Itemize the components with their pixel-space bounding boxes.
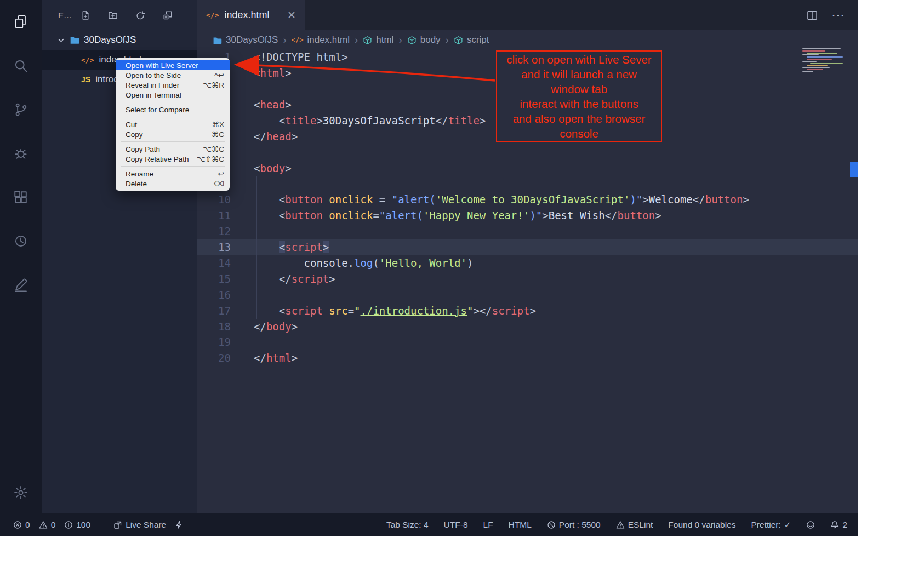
split-editor-icon bbox=[806, 9, 818, 21]
code-line[interactable]: 13 <script> bbox=[197, 239, 858, 255]
new-file-button[interactable] bbox=[81, 10, 90, 20]
breadcrumb-label: index.html bbox=[307, 35, 349, 45]
menu-item-reveal-in-finder[interactable]: Reveal in Finder⌥⌘R bbox=[116, 80, 230, 90]
status-item-live-share[interactable]: Live Share bbox=[113, 520, 166, 530]
menu-separator bbox=[121, 141, 225, 142]
scrollbar-marker[interactable] bbox=[850, 162, 858, 177]
activity-extensions-button[interactable] bbox=[13, 190, 28, 205]
status-item-lightning[interactable] bbox=[175, 521, 184, 529]
menu-item-shortcut: ⌥⇧⌘C bbox=[197, 155, 224, 163]
line-number: 14 bbox=[197, 257, 231, 269]
code-line[interactable]: 20</html> bbox=[197, 350, 858, 366]
code-line[interactable]: 9 bbox=[197, 176, 858, 192]
warning-icon bbox=[616, 521, 625, 529]
breadcrumb-item-html[interactable]: html bbox=[363, 35, 393, 45]
line-number: 16 bbox=[197, 289, 231, 301]
line-number: 15 bbox=[197, 273, 231, 285]
line-number: 12 bbox=[197, 225, 231, 237]
code-line[interactable]: 12 bbox=[197, 224, 858, 239]
status-item-html[interactable]: HTML bbox=[509, 520, 532, 530]
folder-icon bbox=[213, 36, 222, 45]
js-file-icon: JS bbox=[81, 75, 90, 84]
code-line[interactable]: 15 </script> bbox=[197, 271, 858, 287]
new-folder-button[interactable] bbox=[108, 10, 118, 20]
refresh-button[interactable] bbox=[135, 10, 145, 20]
activity-debug-button[interactable] bbox=[13, 146, 28, 161]
status-item-prettier-[interactable]: Prettier:✓ bbox=[751, 520, 791, 530]
menu-item-open-with-live-server[interactable]: Open with Live Server bbox=[116, 60, 230, 70]
minimap[interactable] bbox=[802, 48, 853, 76]
status-item-lf[interactable]: LF bbox=[483, 520, 493, 530]
activity-history-button[interactable] bbox=[13, 233, 28, 249]
code-line[interactable]: 14 console.log('Hello, World') bbox=[197, 255, 858, 271]
menu-item-open-in-terminal[interactable]: Open in Terminal bbox=[116, 90, 230, 100]
status-item-utf-8[interactable]: UTF-8 bbox=[444, 520, 468, 530]
code-line[interactable]: 16 bbox=[197, 287, 858, 302]
split-editor-icon[interactable] bbox=[806, 9, 818, 21]
breadcrumb-item-script[interactable]: script bbox=[454, 35, 489, 45]
collapse-all-button[interactable] bbox=[163, 10, 173, 20]
settings-icon bbox=[13, 485, 28, 500]
activity-pen-button[interactable] bbox=[13, 277, 28, 293]
menu-item-open-to-the-side[interactable]: Open to the Side^↩ bbox=[116, 70, 230, 80]
code-line[interactable]: 10 <button onclick = "alert('Welcome to … bbox=[197, 192, 858, 208]
code-text: <head> bbox=[231, 99, 292, 111]
code-text: <script src="./introduction.js"></script… bbox=[231, 305, 536, 317]
activity-explorer-button[interactable] bbox=[13, 14, 28, 30]
code-line[interactable]: 19 bbox=[197, 334, 858, 350]
status-label: 2 bbox=[842, 520, 847, 530]
menu-item-select-for-compare[interactable]: Select for Compare bbox=[116, 105, 230, 115]
status-item-port-5500[interactable]: Port : 5500 bbox=[547, 520, 601, 530]
status-item-100[interactable]: 100 bbox=[64, 520, 90, 530]
annotation-text-line: and also open the browser bbox=[497, 111, 661, 126]
status-item-smiley[interactable] bbox=[806, 521, 815, 529]
tab-index-html[interactable]: </> index.html ✕ bbox=[197, 0, 305, 30]
cube-icon bbox=[407, 36, 417, 45]
folder-row-30daysofjs[interactable]: 30DaysOfJS bbox=[42, 30, 197, 50]
menu-item-delete[interactable]: Delete⌫ bbox=[116, 179, 230, 188]
code-text: <title>30DaysOfJavaScript</title> bbox=[231, 115, 486, 127]
status-item-0[interactable]: 0 bbox=[13, 520, 30, 530]
code-text: </script> bbox=[231, 273, 335, 285]
menu-item-label: Copy bbox=[126, 130, 205, 139]
code-line[interactable]: 7 bbox=[197, 144, 858, 160]
menu-item-cut[interactable]: Cut⌘X bbox=[116, 119, 230, 129]
menu-item-shortcut: ⌥⌘C bbox=[203, 145, 224, 153]
error-icon bbox=[13, 521, 22, 529]
menu-item-copy[interactable]: Copy⌘C bbox=[116, 129, 230, 139]
smiley-icon bbox=[806, 521, 815, 529]
lightning-icon bbox=[175, 521, 184, 529]
code-text: </html> bbox=[231, 352, 298, 364]
breadcrumb-item-index-html[interactable]: </>index.html bbox=[292, 35, 350, 45]
line-number: 13 bbox=[197, 241, 231, 253]
menu-item-copy-path[interactable]: Copy Path⌥⌘C bbox=[116, 144, 230, 154]
breadcrumb-separator: › bbox=[283, 34, 286, 46]
close-icon[interactable]: ✕ bbox=[287, 9, 296, 21]
menu-item-shortcut: ⌫ bbox=[214, 179, 224, 188]
status-item-0[interactable]: 0 bbox=[39, 520, 56, 530]
code-line[interactable]: 18</body> bbox=[197, 318, 858, 334]
activity-search-button[interactable] bbox=[13, 58, 28, 73]
cube-icon bbox=[363, 36, 372, 45]
info-icon bbox=[64, 521, 73, 529]
annotation-box: click on open with Live Severand it will… bbox=[496, 50, 662, 142]
breadcrumb-item-body[interactable]: body bbox=[407, 35, 441, 45]
status-item-found-0-variables[interactable]: Found 0 variables bbox=[668, 520, 735, 530]
code-line[interactable]: 17 <script src="./introduction.js"></scr… bbox=[197, 302, 858, 318]
activity-settings-button[interactable] bbox=[13, 485, 28, 500]
menu-item-rename[interactable]: Rename↩ bbox=[116, 169, 230, 179]
code-line[interactable]: 11 <button onclick="alert('Happy New Yea… bbox=[197, 208, 858, 224]
status-item-tab-size-4[interactable]: Tab Size: 4 bbox=[386, 520, 429, 530]
activity-source-control-button[interactable] bbox=[13, 102, 28, 117]
more-actions-icon[interactable]: ⋯ bbox=[831, 13, 845, 18]
status-item-eslint[interactable]: ESLint bbox=[616, 520, 653, 530]
editor-actions: ⋯ bbox=[806, 9, 858, 21]
code-line[interactable]: 8<body> bbox=[197, 160, 858, 176]
code-text: <body> bbox=[231, 162, 292, 174]
status-label: Live Share bbox=[126, 520, 166, 530]
status-item-2[interactable]: 2 bbox=[830, 520, 847, 530]
breadcrumb: 30DaysOfJS›</>index.html›html›body›scrip… bbox=[197, 30, 858, 50]
breadcrumb-item-30daysofjs[interactable]: 30DaysOfJS bbox=[213, 35, 278, 45]
search-icon bbox=[13, 58, 28, 73]
menu-item-copy-relative-path[interactable]: Copy Relative Path⌥⇧⌘C bbox=[116, 154, 230, 164]
